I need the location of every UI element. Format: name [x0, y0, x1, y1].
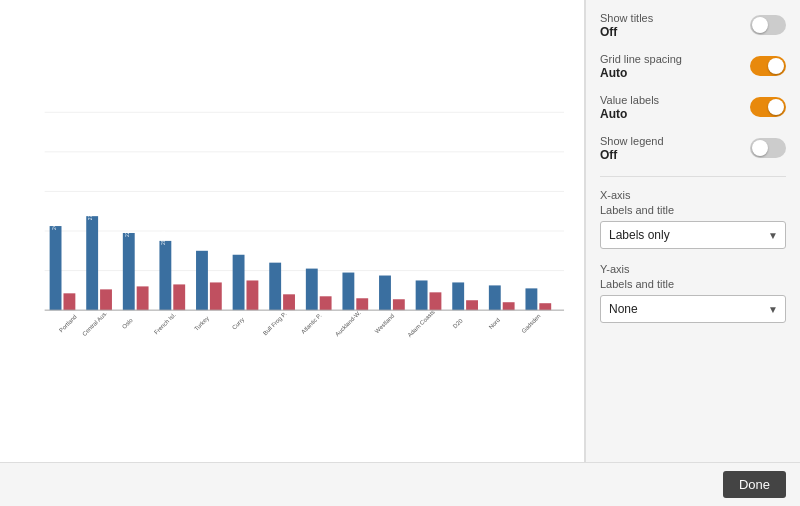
- svg-rect-13: [137, 286, 149, 310]
- svg-rect-7: [63, 293, 75, 310]
- right-panel: Show titles Off Grid line spacing Auto: [585, 0, 800, 462]
- svg-rect-36: [416, 280, 428, 310]
- x-axis-section: X-axis Labels and title Labels only Labe…: [600, 189, 786, 249]
- svg-text:Turkey: Turkey: [193, 315, 210, 332]
- divider-1: [600, 176, 786, 177]
- y-axis-sub: Labels and title: [600, 278, 786, 290]
- svg-text:Atlantic P.: Atlantic P.: [300, 312, 323, 335]
- done-button[interactable]: Done: [723, 471, 786, 498]
- svg-text:Portland: Portland: [58, 314, 78, 334]
- grid-line-spacing-setting: Grid line spacing Auto: [600, 53, 786, 80]
- svg-text:22.4%: 22.4%: [125, 222, 130, 237]
- svg-text:D20: D20: [452, 317, 464, 329]
- svg-rect-16: [173, 284, 185, 310]
- svg-text:Gadsden: Gadsden: [520, 313, 541, 334]
- svg-text:Central Aus.: Central Aus.: [81, 310, 108, 337]
- svg-rect-39: [452, 282, 464, 310]
- svg-rect-37: [430, 292, 442, 310]
- svg-rect-27: [306, 269, 318, 311]
- grid-line-value: Auto: [600, 66, 682, 80]
- svg-rect-40: [466, 300, 478, 310]
- svg-rect-15: [159, 241, 171, 310]
- svg-rect-21: [233, 255, 245, 310]
- grid-line-toggle[interactable]: [750, 56, 786, 76]
- svg-text:Curry: Curry: [231, 316, 246, 331]
- show-legend-setting: Show legend Off: [600, 135, 786, 162]
- footer: Done: [0, 462, 800, 506]
- svg-rect-19: [210, 282, 222, 310]
- svg-text:Nord: Nord: [488, 317, 501, 330]
- svg-rect-31: [356, 298, 368, 310]
- x-axis-select-wrapper: Labels only Labels and title Title only …: [600, 221, 786, 249]
- svg-rect-18: [196, 251, 208, 310]
- y-axis-title: Y-axis: [600, 263, 786, 275]
- show-titles-value: Off: [600, 25, 653, 39]
- show-legend-value: Off: [600, 148, 664, 162]
- grid-line-label: Grid line spacing: [600, 53, 682, 65]
- svg-rect-12: [123, 233, 135, 310]
- svg-text:Auckland-W.: Auckland-W.: [334, 309, 362, 337]
- chart-area: Portland Central Aus. Oslo French Isl. T…: [0, 0, 585, 462]
- svg-text:Westland: Westland: [374, 313, 396, 335]
- svg-text:20.1%: 20.1%: [161, 230, 166, 245]
- show-titles-setting: Show titles Off: [600, 12, 786, 39]
- show-legend-toggle[interactable]: [750, 138, 786, 158]
- svg-text:Bull Frog P.: Bull Frog P.: [262, 311, 288, 337]
- value-labels-label: Value labels: [600, 94, 659, 106]
- svg-rect-43: [503, 302, 515, 310]
- svg-text:French Isl.: French Isl.: [153, 311, 177, 335]
- x-axis-select[interactable]: Labels only Labels and title Title only …: [600, 221, 786, 249]
- svg-rect-45: [525, 288, 537, 310]
- y-axis-section: Y-axis Labels and title None Labels only…: [600, 263, 786, 323]
- svg-text:Adam Coasts: Adam Coasts: [406, 309, 435, 338]
- svg-rect-30: [342, 273, 354, 311]
- svg-rect-33: [379, 276, 391, 311]
- svg-text:27.1%: 27.1%: [88, 206, 93, 221]
- svg-rect-46: [539, 303, 551, 310]
- show-titles-label: Show titles: [600, 12, 653, 24]
- svg-text:Oslo: Oslo: [121, 317, 134, 330]
- svg-rect-22: [246, 280, 258, 310]
- svg-rect-25: [283, 294, 295, 310]
- x-axis-sub: Labels and title: [600, 204, 786, 216]
- x-axis-title: X-axis: [600, 189, 786, 201]
- svg-rect-34: [393, 299, 405, 310]
- svg-rect-10: [100, 289, 112, 310]
- bar-chart: Portland Central Aus. Oslo French Isl. T…: [15, 10, 569, 452]
- svg-rect-28: [320, 296, 332, 310]
- value-labels-toggle[interactable]: [750, 97, 786, 117]
- show-titles-toggle[interactable]: [750, 15, 786, 35]
- value-labels-setting: Value labels Auto: [600, 94, 786, 121]
- y-axis-select-wrapper: None Labels only Labels and title Title …: [600, 295, 786, 323]
- value-labels-value: Auto: [600, 107, 659, 121]
- y-axis-select[interactable]: None Labels only Labels and title Title …: [600, 295, 786, 323]
- svg-text:24.8%: 24.8%: [52, 215, 57, 230]
- svg-rect-9: [86, 216, 98, 310]
- show-legend-label: Show legend: [600, 135, 664, 147]
- svg-rect-24: [269, 263, 281, 310]
- svg-rect-42: [489, 285, 501, 310]
- svg-rect-6: [50, 226, 62, 310]
